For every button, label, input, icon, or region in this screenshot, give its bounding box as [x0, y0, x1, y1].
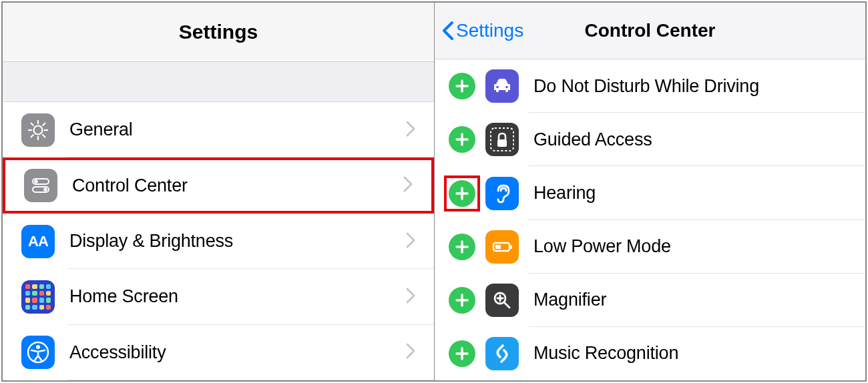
row-dnd-driving: Do Not Disturb While Driving — [435, 59, 865, 113]
row-label: Control Center — [72, 175, 188, 196]
row-guided-access: Guided Access — [435, 113, 865, 166]
add-wrap — [444, 282, 480, 318]
settings-panel: Settings General Contr — [3, 3, 435, 380]
add-button[interactable] — [449, 180, 475, 207]
add-button[interactable] — [449, 234, 475, 260]
row-label: Magnifier — [533, 290, 606, 310]
row-label: Guided Access — [533, 129, 652, 150]
row-label: Accessibility — [69, 342, 166, 363]
row-label: General — [69, 119, 133, 140]
add-wrap — [444, 229, 480, 265]
back-label: Settings — [456, 20, 523, 41]
shazam-icon — [485, 337, 519, 370]
home-screen-icon — [21, 280, 55, 314]
row-accessibility[interactable]: Accessibility — [3, 325, 434, 380]
svg-point-14 — [36, 345, 40, 349]
svg-line-6 — [43, 134, 46, 137]
control-center-icon — [24, 169, 57, 202]
display-brightness-icon: AA — [21, 225, 55, 258]
svg-point-0 — [34, 125, 43, 134]
control-center-panel: Settings Control Center Do Not Disturb W… — [435, 3, 865, 380]
svg-line-7 — [43, 123, 46, 126]
svg-rect-22 — [497, 139, 507, 147]
accessibility-icon — [21, 336, 55, 369]
settings-header: Settings — [3, 3, 434, 62]
add-button[interactable] — [449, 340, 475, 367]
row-hearing: Hearing — [435, 166, 865, 220]
chevron-right-icon — [403, 176, 413, 195]
lock-icon — [485, 123, 519, 156]
add-button[interactable] — [449, 287, 475, 314]
add-wrap — [444, 121, 480, 157]
row-display-brightness[interactable]: AA Display & Brightness — [3, 214, 434, 269]
row-general[interactable]: General — [3, 102, 434, 157]
row-label: Hearing — [533, 183, 596, 204]
row-label: Low Power Mode — [533, 236, 671, 257]
row-label: Home Screen — [69, 286, 178, 307]
add-wrap — [444, 68, 480, 104]
screenshot-container: Settings General Contr — [1, 1, 867, 382]
row-label: Display & Brightness — [69, 231, 233, 252]
row-control-center[interactable]: Control Center — [3, 157, 434, 213]
chevron-right-icon — [406, 232, 415, 251]
ear-icon — [485, 177, 519, 210]
back-button[interactable]: Settings — [440, 20, 523, 41]
svg-line-8 — [31, 134, 34, 137]
svg-line-33 — [504, 302, 509, 308]
svg-point-18 — [505, 86, 508, 89]
car-icon — [485, 69, 519, 103]
general-icon — [21, 113, 55, 147]
chevron-right-icon — [406, 343, 415, 362]
magnifier-icon — [485, 284, 519, 317]
row-music-recognition: Music Recognition — [435, 327, 865, 380]
chevron-right-icon — [406, 288, 415, 306]
add-button[interactable] — [449, 73, 475, 99]
svg-rect-28 — [510, 245, 512, 249]
add-wrap — [444, 336, 480, 372]
row-label: Music Recognition — [533, 343, 678, 364]
row-label: Do Not Disturb While Driving — [533, 76, 759, 97]
add-wrap — [444, 175, 480, 212]
battery-icon — [485, 230, 519, 264]
svg-line-5 — [31, 123, 34, 126]
control-center-header: Settings Control Center — [435, 3, 865, 59]
row-magnifier: Magnifier — [435, 274, 865, 327]
svg-rect-29 — [495, 245, 501, 249]
page-title: Settings — [179, 21, 258, 43]
row-home-screen[interactable]: Home Screen — [3, 269, 434, 324]
add-button[interactable] — [449, 126, 475, 153]
row-low-power: Low Power Mode — [435, 220, 865, 274]
svg-point-12 — [43, 187, 47, 192]
chevron-right-icon — [406, 121, 415, 139]
svg-point-10 — [34, 179, 38, 183]
section-gap — [3, 62, 434, 102]
svg-point-17 — [496, 86, 499, 89]
